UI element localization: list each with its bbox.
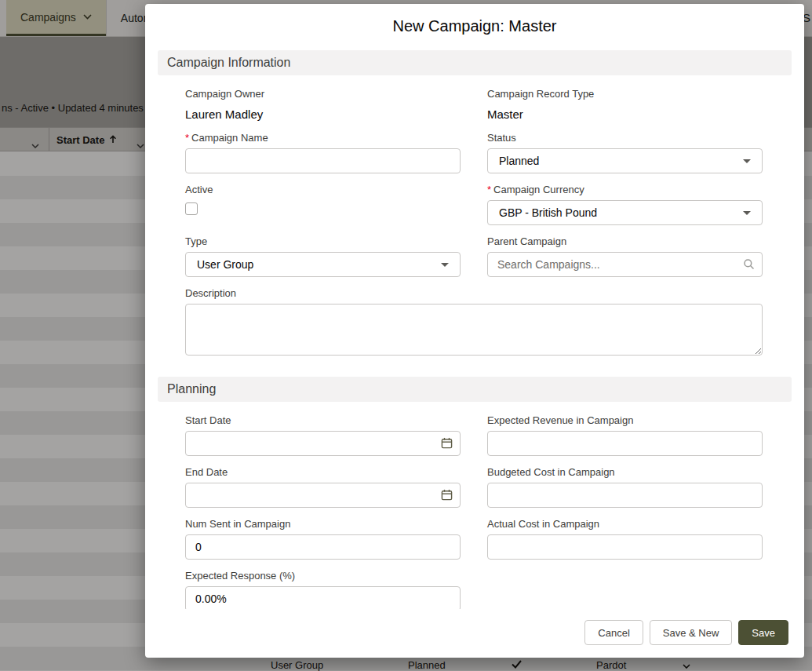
save-and-new-button[interactable]: Save & New xyxy=(650,620,733,645)
actual-cost-input[interactable] xyxy=(487,534,763,560)
field-actual-cost: Actual Cost in Campaign xyxy=(487,518,763,560)
active-checkbox[interactable] xyxy=(185,202,198,215)
parent-campaign-label: Parent Campaign xyxy=(487,235,763,248)
status-selected-value: Planned xyxy=(499,155,539,167)
campaign-record-type-value: Master xyxy=(487,104,763,122)
caret-down-icon xyxy=(441,263,449,267)
field-campaign-name: * Campaign Name xyxy=(185,132,461,173)
caret-down-icon xyxy=(743,211,751,215)
field-status: Status Planned xyxy=(487,132,763,173)
field-campaign-owner: Campaign Owner Lauren Madley xyxy=(185,88,461,122)
section-campaign-information: Campaign Information xyxy=(158,50,792,75)
status-select[interactable]: Planned xyxy=(487,148,763,173)
campaign-name-input[interactable] xyxy=(185,148,461,173)
start-date-input[interactable] xyxy=(185,431,461,456)
modal-header: New Campaign: Master xyxy=(145,4,804,45)
calendar-icon[interactable] xyxy=(441,437,453,452)
campaign-name-label: * Campaign Name xyxy=(185,132,461,144)
field-end-date: End Date xyxy=(185,466,461,508)
active-label: Active xyxy=(185,184,461,196)
modal-footer: Cancel Save & New Save xyxy=(145,609,804,658)
campaign-record-type-label: Campaign Record Type xyxy=(487,88,763,100)
campaign-currency-select[interactable]: GBP - British Pound xyxy=(487,200,763,225)
parent-campaign-search-input[interactable] xyxy=(487,252,763,277)
field-parent-campaign: Parent Campaign xyxy=(487,235,763,277)
section-planning: Planning xyxy=(158,377,792,402)
field-budgeted-cost: Budgeted Cost in Campaign xyxy=(487,466,763,508)
field-type: Type User Group xyxy=(185,235,461,277)
end-date-label: End Date xyxy=(185,466,461,479)
num-sent-label: Num Sent in Campaign xyxy=(185,518,461,531)
search-icon xyxy=(743,258,755,273)
field-active: Active xyxy=(185,184,461,225)
campaign-information-form: Campaign Owner Lauren Madley Campaign Re… xyxy=(158,75,792,369)
budgeted-cost-label: Budgeted Cost in Campaign xyxy=(487,466,763,479)
field-num-sent: Num Sent in Campaign xyxy=(185,518,461,560)
field-campaign-record-type: Campaign Record Type Master xyxy=(487,88,763,122)
campaign-owner-value: Lauren Madley xyxy=(185,104,461,122)
expected-response-input[interactable] xyxy=(185,586,461,609)
type-select[interactable]: User Group xyxy=(185,252,461,277)
start-date-label: Start Date xyxy=(185,414,461,427)
field-expected-revenue: Expected Revenue in Campaign xyxy=(487,414,763,456)
type-selected-value: User Group xyxy=(197,258,253,271)
modal-body: Campaign Information Campaign Owner Laur… xyxy=(145,45,804,609)
num-sent-input[interactable] xyxy=(185,534,461,560)
screen: Campaigns Automa S ns - Active • Updated… xyxy=(0,0,812,671)
field-campaign-currency: * Campaign Currency GBP - British Pound xyxy=(487,184,763,225)
calendar-icon[interactable] xyxy=(441,489,453,504)
required-asterisk: * xyxy=(185,132,189,144)
end-date-input[interactable] xyxy=(185,483,461,508)
status-label: Status xyxy=(487,132,763,144)
modal-title: New Campaign: Master xyxy=(158,17,792,35)
caret-down-icon xyxy=(743,159,751,163)
field-start-date: Start Date xyxy=(185,414,461,456)
new-campaign-modal: New Campaign: Master Campaign Informatio… xyxy=(145,4,804,658)
expected-revenue-input[interactable] xyxy=(487,431,763,456)
planning-form: Start Date Expected Revenue in Campaign … xyxy=(158,402,792,609)
required-asterisk: * xyxy=(487,184,491,196)
actual-cost-label: Actual Cost in Campaign xyxy=(487,518,763,531)
description-label: Description xyxy=(185,287,763,300)
type-label: Type xyxy=(185,235,461,248)
cancel-button[interactable]: Cancel xyxy=(584,620,643,645)
expected-revenue-label: Expected Revenue in Campaign xyxy=(487,414,763,427)
campaign-owner-label: Campaign Owner xyxy=(185,88,461,100)
expected-response-label: Expected Response (%) xyxy=(185,570,461,582)
description-textarea[interactable] xyxy=(185,304,763,356)
budgeted-cost-input[interactable] xyxy=(487,483,763,508)
field-expected-response: Expected Response (%) xyxy=(185,570,461,609)
field-description: Description xyxy=(185,287,763,359)
campaign-currency-label: * Campaign Currency xyxy=(487,184,763,196)
campaign-currency-selected-value: GBP - British Pound xyxy=(499,206,597,219)
save-button[interactable]: Save xyxy=(738,620,788,645)
